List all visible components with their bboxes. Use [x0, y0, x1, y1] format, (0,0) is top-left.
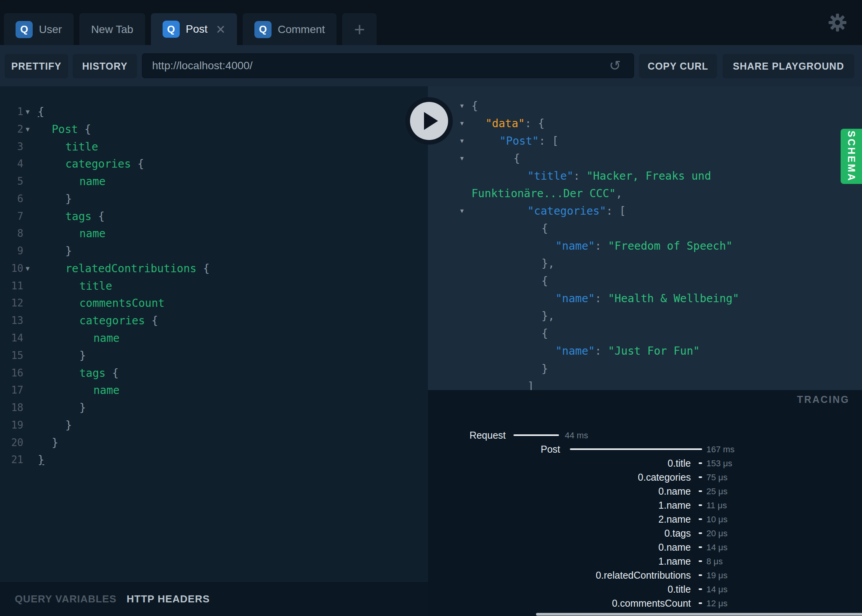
editor-line: 15}	[0, 347, 428, 364]
share-playground-button[interactable]: SHARE PLAYGROUND	[723, 54, 854, 78]
execute-query-button[interactable]	[405, 97, 453, 145]
tracing-dash	[699, 490, 702, 492]
editor-line: 8name	[0, 225, 428, 242]
tracing-row-label: 0.relatedContributions	[428, 569, 691, 581]
response-line: "name": "Freedom of Speech"	[428, 237, 862, 255]
response-line: ▾"data": {	[428, 115, 862, 132]
line-number: 10	[0, 260, 23, 277]
code-text: {	[513, 150, 520, 167]
tracing-row-value: 153 μs	[706, 458, 732, 469]
token: :	[573, 170, 587, 182]
code-text: }	[52, 434, 58, 452]
response-line: "title": "Hacker, Freaks und	[428, 167, 862, 185]
code-text: categories {	[79, 312, 158, 329]
reload-icon[interactable]: ↺	[609, 58, 621, 74]
new-tab-button[interactable]: +	[342, 13, 377, 46]
line-number: 11	[0, 277, 23, 295]
fold-arrow-icon[interactable]: ▾	[26, 121, 35, 138]
tracing-bar	[570, 448, 702, 450]
response-line: },	[428, 255, 862, 272]
tracing-dash	[699, 602, 702, 604]
line-number: 6	[0, 190, 23, 208]
token: categories	[79, 314, 151, 327]
horizontal-scrollbar[interactable]	[536, 613, 862, 616]
response-pane: ▾{▾"data": {▾"Post": [▾{"title": "Hacker…	[428, 86, 862, 390]
prettify-button[interactable]: PRETTIFY	[5, 54, 68, 78]
token: {	[112, 367, 119, 380]
http-headers-tab[interactable]: HTTP HEADERS	[127, 593, 210, 605]
tracing-row: 0.title153 μs	[428, 457, 862, 469]
line-number: 4	[0, 155, 23, 173]
response-line: Funktionäre...Der CCC",	[428, 185, 862, 202]
line-number: 8	[0, 225, 23, 242]
tracing-row-label: 1.name	[428, 499, 691, 511]
code-text: ]	[527, 378, 534, 390]
token: "data"	[485, 117, 525, 130]
code-text: {	[541, 325, 548, 342]
tracing-row: 0.name14 μs	[428, 541, 862, 553]
fold-arrow-icon[interactable]: ▾	[460, 202, 470, 220]
response-line: }	[428, 360, 862, 378]
tracing-row: 0.title14 μs	[428, 583, 862, 595]
fold-arrow-icon[interactable]: ▾	[26, 260, 35, 277]
tab-new-tab[interactable]: New Tab	[79, 13, 145, 46]
tracing-row-value: 25 μs	[706, 486, 727, 497]
token: "Freedom of Speech"	[608, 240, 732, 252]
schema-tab[interactable]: SCHEMA	[841, 129, 862, 184]
token: name	[79, 227, 105, 240]
token: "name"	[555, 292, 595, 305]
token: {	[98, 210, 105, 223]
tab-comment[interactable]: QComment	[243, 13, 336, 46]
fold-arrow-icon[interactable]: ▾	[460, 115, 470, 132]
code-text: },	[541, 307, 555, 325]
tracing-panel: TRACING Request44 msPost167 ms0.title153…	[428, 390, 862, 616]
fold-arrow-icon[interactable]: ▾	[460, 97, 470, 115]
fold-arrow-icon[interactable]: ▾	[26, 103, 35, 121]
response-line: {	[428, 325, 862, 342]
response-line: "name": "Just For Fun"	[428, 342, 862, 360]
code-text: },	[541, 255, 555, 272]
tracing-row-value: 14 μs	[706, 542, 727, 553]
tracing-row: 0.relatedContributions19 μs	[428, 569, 862, 581]
tracing-row-value: 44 ms	[565, 430, 588, 441]
token: {	[513, 152, 520, 165]
fold-arrow-icon[interactable]: ▾	[460, 132, 470, 150]
code-text: commentsCount	[79, 294, 165, 312]
query-editor[interactable]: 1▾{2▾Post {3title4categories {5name6}7ta…	[0, 86, 428, 581]
tracing-row: Request44 ms	[428, 429, 862, 441]
copy-curl-button[interactable]: COPY CURL	[639, 54, 717, 78]
token: ]	[527, 380, 534, 390]
code-text: {	[541, 220, 548, 237]
tab-post[interactable]: QPost×	[151, 13, 237, 45]
code-text: name	[93, 329, 119, 347]
tracing-row-value: 8 μs	[706, 556, 723, 567]
token: ,	[616, 187, 622, 200]
token: "Health & Wellbeing"	[608, 292, 739, 305]
editor-line: 14name	[0, 329, 428, 347]
code-text: {	[38, 103, 44, 121]
editor-line: 13categories {	[0, 312, 428, 329]
tracing-row: 0.name25 μs	[428, 485, 862, 497]
tracing-dash	[699, 588, 702, 590]
response-line: ]	[428, 378, 862, 390]
tab-strip: QUserNew TabQPost×QComment+	[4, 13, 377, 46]
token: }	[65, 419, 72, 432]
token: categories	[65, 158, 137, 170]
tab-user[interactable]: QUser	[4, 13, 74, 46]
query-variables-tab[interactable]: QUERY VARIABLES	[15, 593, 117, 605]
code-text: tags {	[65, 208, 105, 225]
tracing-row-value: 14 μs	[706, 584, 727, 595]
token: tags	[79, 367, 112, 380]
fold-arrow-icon[interactable]: ▾	[460, 150, 470, 167]
history-button[interactable]: HISTORY	[73, 54, 137, 78]
top-bar: QUserNew TabQPost×QComment+	[0, 0, 862, 45]
tracing-row: 2.name10 μs	[428, 513, 862, 525]
endpoint-url-input[interactable]: http://localhost:4000/ ↺	[142, 53, 634, 78]
code-text: name	[79, 225, 105, 242]
code-text: name	[79, 173, 105, 190]
close-tab-icon[interactable]: ×	[216, 23, 225, 35]
code-text: "Post": [	[499, 132, 559, 150]
tracing-row-label: 0.title	[428, 583, 691, 595]
settings-gear-icon[interactable]	[828, 13, 847, 32]
token: {	[471, 100, 478, 112]
